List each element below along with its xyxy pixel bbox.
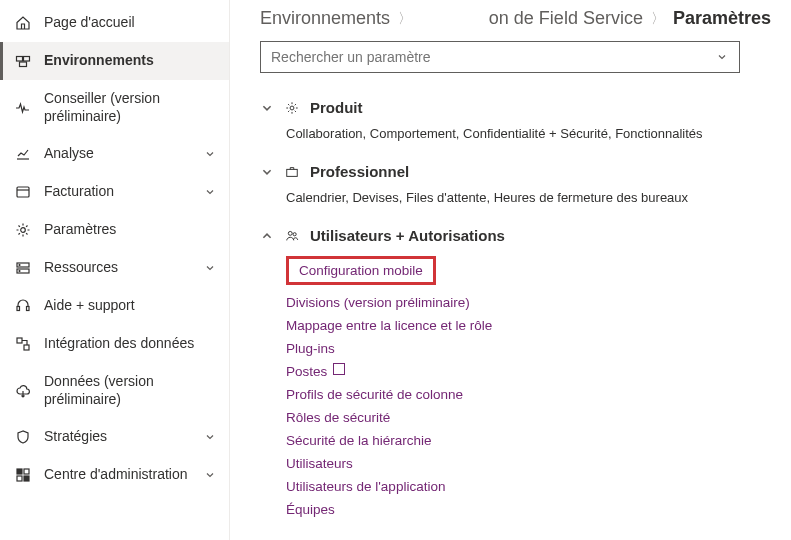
- sidebar-item-home[interactable]: Page d'accueil: [0, 4, 229, 42]
- chevron-down-icon: [260, 165, 274, 179]
- sidebar-item-label: Page d'accueil: [44, 14, 217, 32]
- link-hierarchy-security[interactable]: Sécurité de la hiérarchie: [286, 429, 771, 452]
- sidebar-item-label: Intégration des données: [44, 335, 217, 353]
- svg-rect-15: [17, 476, 22, 481]
- chevron-down-icon: [260, 101, 274, 115]
- sidebar-item-label: Facturation: [44, 183, 203, 201]
- chevron-down-icon[interactable]: [715, 50, 729, 64]
- section-title: Utilisateurs + Autorisations: [310, 227, 505, 244]
- main-content: Environnements 〉 on de Field Service 〉 P…: [230, 0, 791, 540]
- briefcase-icon: [284, 164, 300, 180]
- sidebar-item-policies[interactable]: Stratégies: [0, 418, 229, 456]
- link-app-users[interactable]: Utilisateurs de l'application: [286, 475, 771, 498]
- sidebar-item-advisor[interactable]: Conseiller (version préliminaire): [0, 80, 229, 135]
- link-security-roles[interactable]: Rôles de sécurité: [286, 406, 771, 429]
- section-product: Produit Collaboration, Comportement, Con…: [260, 95, 771, 145]
- section-desc: Collaboration, Comportement, Confidentia…: [260, 120, 771, 145]
- section-users-permissions: Utilisateurs + Autorisations Configurati…: [260, 223, 771, 521]
- sidebar-item-analytics[interactable]: Analyse: [0, 135, 229, 173]
- cloud-icon: [14, 382, 32, 400]
- sidebar-item-environments[interactable]: Environnements: [0, 42, 229, 80]
- sidebar-item-data-integration[interactable]: Intégration des données: [0, 325, 229, 363]
- chevron-down-icon: [203, 185, 217, 199]
- sidebar-item-settings[interactable]: Paramètres: [0, 211, 229, 249]
- sidebar: Page d'accueil Environnements Conseiller…: [0, 0, 230, 540]
- sidebar-item-label: Centre d'administration: [44, 466, 203, 484]
- sidebar-item-label: Données (version préliminaire): [44, 373, 217, 408]
- link-divisions[interactable]: Divisions (version préliminaire): [286, 291, 771, 314]
- svg-point-17: [290, 106, 294, 110]
- chevron-right-icon: 〉: [398, 10, 412, 28]
- chevron-down-icon: [203, 468, 217, 482]
- section-title: Professionnel: [310, 163, 409, 180]
- sidebar-item-admin-center[interactable]: Centre d'administration: [0, 456, 229, 494]
- sidebar-item-billing[interactable]: Facturation: [0, 173, 229, 211]
- search-input[interactable]: [271, 49, 715, 65]
- chevron-down-icon: [203, 147, 217, 161]
- link-column-security[interactable]: Profils de sécurité de colonne: [286, 383, 771, 406]
- chevron-down-icon: [203, 261, 217, 275]
- svg-point-20: [293, 232, 296, 235]
- svg-rect-2: [20, 62, 27, 67]
- svg-rect-11: [17, 338, 22, 343]
- svg-rect-9: [17, 307, 20, 311]
- search-box[interactable]: [260, 41, 740, 73]
- link-plugins[interactable]: Plug-ins: [286, 337, 771, 360]
- pulse-icon: [14, 99, 32, 117]
- svg-rect-3: [17, 187, 29, 197]
- link-license-mapping[interactable]: Mappage entre la licence et le rôle: [286, 314, 771, 337]
- policies-icon: [14, 428, 32, 446]
- gear-icon: [284, 100, 300, 116]
- svg-point-7: [19, 265, 20, 266]
- sidebar-item-label: Ressources: [44, 259, 203, 277]
- svg-rect-10: [27, 307, 30, 311]
- svg-rect-12: [24, 345, 29, 350]
- chevron-up-icon: [260, 229, 274, 243]
- section-header-users[interactable]: Utilisateurs + Autorisations: [260, 223, 771, 248]
- link-teams[interactable]: Équipes: [286, 498, 771, 521]
- resources-icon: [14, 259, 32, 277]
- breadcrumb-current: Paramètres: [673, 8, 771, 29]
- sidebar-item-label: Stratégies: [44, 428, 203, 446]
- breadcrumb-environments[interactable]: Environnements: [260, 8, 390, 29]
- environments-icon: [14, 52, 32, 70]
- link-users[interactable]: Utilisateurs: [286, 452, 771, 475]
- svg-rect-0: [17, 57, 23, 62]
- link-mobile-config[interactable]: Configuration mobile: [299, 263, 423, 278]
- admin-icon: [14, 466, 32, 484]
- svg-rect-1: [24, 57, 30, 62]
- sidebar-item-label: Environnements: [44, 52, 217, 70]
- integration-icon: [14, 335, 32, 353]
- link-positions[interactable]: Postes: [286, 360, 771, 383]
- chevron-down-icon: [203, 430, 217, 444]
- breadcrumb-env-name[interactable]: on de Field Service: [489, 8, 643, 29]
- sidebar-item-help[interactable]: Aide + support: [0, 287, 229, 325]
- breadcrumb: Environnements 〉 on de Field Service 〉 P…: [260, 8, 771, 29]
- svg-point-19: [288, 231, 292, 235]
- sidebar-item-label: Paramètres: [44, 221, 217, 239]
- svg-rect-18: [287, 169, 298, 176]
- section-professional: Professionnel Calendrier, Devises, Files…: [260, 159, 771, 209]
- section-title: Produit: [310, 99, 363, 116]
- sidebar-item-label: Conseiller (version préliminaire): [44, 90, 217, 125]
- highlighted-link: Configuration mobile: [286, 256, 436, 285]
- chart-icon: [14, 145, 32, 163]
- chevron-right-icon: 〉: [651, 10, 665, 28]
- home-icon: [14, 14, 32, 32]
- sidebar-item-resources[interactable]: Ressources: [0, 249, 229, 287]
- gear-icon: [14, 221, 32, 239]
- svg-point-8: [19, 271, 20, 272]
- section-header-professional[interactable]: Professionnel: [260, 159, 771, 184]
- section-header-product[interactable]: Produit: [260, 95, 771, 120]
- headset-icon: [14, 297, 32, 315]
- sidebar-item-data[interactable]: Données (version préliminaire): [0, 363, 229, 418]
- billing-icon: [14, 183, 32, 201]
- svg-rect-14: [24, 469, 29, 474]
- svg-point-4: [21, 228, 26, 233]
- section-desc: Calendrier, Devises, Files d'attente, He…: [260, 184, 771, 209]
- section-items: Configuration mobile Divisions (version …: [260, 248, 771, 521]
- svg-rect-16: [24, 476, 29, 481]
- sidebar-item-label: Aide + support: [44, 297, 217, 315]
- sidebar-item-label: Analyse: [44, 145, 203, 163]
- svg-rect-13: [17, 469, 22, 474]
